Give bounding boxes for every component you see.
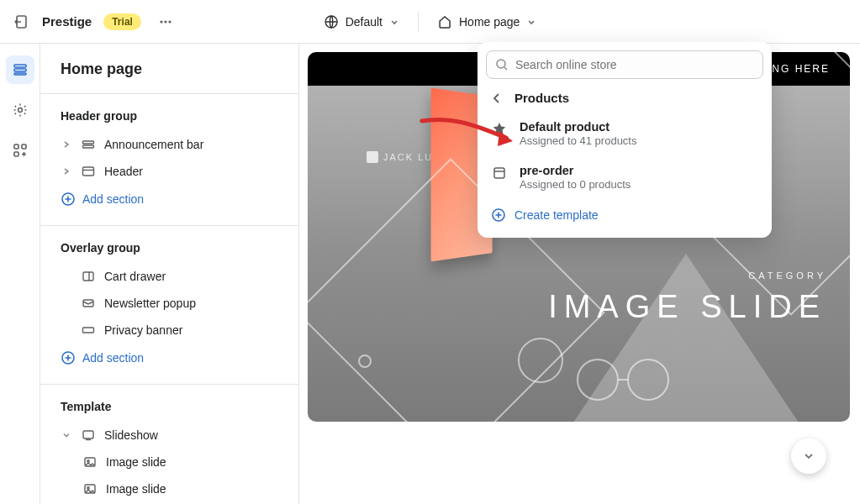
theme-name: Prestige xyxy=(42,14,92,29)
rail-settings[interactable] xyxy=(6,96,34,124)
globe-icon xyxy=(324,14,339,29)
page-dropdown[interactable]: Home page xyxy=(437,14,536,29)
group-title-overlay: Overlay group xyxy=(54,241,285,263)
page-title: Home page xyxy=(40,44,298,94)
template-subtitle: Assigned to 41 products xyxy=(520,134,636,147)
plus-circle-icon xyxy=(61,350,76,365)
svg-rect-12 xyxy=(83,141,94,144)
scroll-down-button[interactable] xyxy=(791,438,826,474)
section-label: Slideshow xyxy=(104,428,158,442)
style-label: Default xyxy=(346,15,383,29)
popover-header: Products xyxy=(486,79,763,112)
section-privacy-banner[interactable]: Privacy banner xyxy=(54,317,285,344)
decor-glasses xyxy=(572,354,673,405)
more-icon[interactable] xyxy=(153,14,178,29)
svg-rect-11 xyxy=(14,152,18,156)
section-label: Privacy banner xyxy=(104,323,182,337)
group-template: Template Slideshow Image slide Image sli… xyxy=(40,385,298,504)
topbar: Prestige Trial Default Home page xyxy=(0,0,860,44)
svg-rect-13 xyxy=(83,145,94,148)
svg-rect-7 xyxy=(14,73,26,75)
svg-point-8 xyxy=(18,108,22,113)
svg-point-1 xyxy=(160,20,162,23)
sidebar: Home page Header group Announcement bar … xyxy=(40,44,299,504)
svg-rect-17 xyxy=(83,300,93,307)
announcement-icon xyxy=(81,138,96,151)
add-section-label: Add section xyxy=(82,192,144,206)
template-pre-order[interactable]: pre-order Assigned to 0 products xyxy=(486,155,763,199)
icon-rail xyxy=(0,44,40,504)
rail-sections[interactable] xyxy=(6,55,34,84)
topbar-divider xyxy=(418,12,419,32)
svg-rect-16 xyxy=(83,272,93,281)
hero-category: CATEGORY xyxy=(548,270,826,281)
chevron-down-icon xyxy=(61,431,72,439)
banner-icon xyxy=(81,323,96,337)
section-label: Cart drawer xyxy=(104,270,166,283)
block-image-slide-2[interactable]: Image slide xyxy=(54,475,285,502)
chevron-down-icon xyxy=(389,17,399,27)
svg-point-3 xyxy=(168,20,171,23)
home-icon xyxy=(437,14,452,29)
chevron-right-icon xyxy=(61,167,72,176)
header-icon xyxy=(81,165,96,178)
chevron-right-icon xyxy=(61,140,72,149)
template-subtitle: Assigned to 0 products xyxy=(520,178,630,191)
block-label: Image slide xyxy=(106,455,166,469)
svg-point-2 xyxy=(164,20,166,23)
search-input[interactable] xyxy=(515,58,754,71)
topbar-left: Prestige Trial xyxy=(13,13,178,30)
search-box[interactable] xyxy=(486,50,763,79)
decor-circle xyxy=(358,354,372,368)
template-popover: Products Default product Assigned to 41 … xyxy=(477,42,772,238)
plus-circle-icon xyxy=(491,207,506,223)
svg-rect-18 xyxy=(83,328,94,333)
create-template-label: Create template xyxy=(514,208,599,222)
template-body: Default product Assigned to 41 products xyxy=(520,120,636,147)
svg-rect-6 xyxy=(14,69,26,71)
trial-badge: Trial xyxy=(103,13,141,30)
section-label: Header xyxy=(104,165,143,178)
block-image-slide-1[interactable]: Image slide xyxy=(54,449,285,475)
svg-rect-10 xyxy=(22,144,26,149)
template-icon xyxy=(491,164,508,181)
page-label: Home page xyxy=(459,15,520,29)
back-button[interactable] xyxy=(491,92,503,104)
svg-point-26 xyxy=(628,360,668,400)
section-slideshow[interactable]: Slideshow xyxy=(54,422,285,449)
image-icon xyxy=(82,482,98,496)
section-cart-drawer[interactable]: Cart drawer xyxy=(54,263,285,290)
slideshow-icon xyxy=(81,428,96,442)
add-section-label: Add section xyxy=(82,351,144,365)
svg-rect-14 xyxy=(83,167,94,176)
svg-rect-20 xyxy=(83,431,93,438)
rail-apps[interactable] xyxy=(6,136,34,165)
image-icon xyxy=(82,455,98,469)
section-label: Announcement bar xyxy=(104,138,203,151)
topbar-center: Default Home page xyxy=(324,12,537,32)
add-section-overlay[interactable]: Add section xyxy=(54,344,285,372)
cart-icon xyxy=(81,270,96,283)
create-template[interactable]: Create template xyxy=(486,199,763,233)
exit-icon[interactable] xyxy=(13,13,30,30)
template-name: Default product xyxy=(520,120,636,134)
section-announcement-bar[interactable]: Announcement bar xyxy=(54,131,285,158)
template-body: pre-order Assigned to 0 products xyxy=(520,164,630,191)
block-label: Image slide xyxy=(106,482,166,496)
group-title-header: Header group xyxy=(54,109,285,131)
style-dropdown[interactable]: Default xyxy=(324,14,399,29)
template-name: pre-order xyxy=(520,164,630,177)
popover-title: Products xyxy=(514,91,569,105)
svg-point-22 xyxy=(87,460,89,462)
star-icon xyxy=(491,120,508,137)
template-default-product[interactable]: Default product Assigned to 41 products xyxy=(486,112,763,155)
svg-point-25 xyxy=(578,360,618,400)
section-header[interactable]: Header xyxy=(54,158,285,185)
popup-icon xyxy=(81,297,96,310)
decor-circle xyxy=(518,338,563,383)
section-newsletter-popup[interactable]: Newsletter popup xyxy=(54,290,285,317)
group-overlay: Overlay group Cart drawer Newsletter pop… xyxy=(40,226,298,385)
add-section-header[interactable]: Add section xyxy=(54,185,285,213)
brand-mark xyxy=(367,151,378,163)
svg-point-24 xyxy=(87,487,89,489)
